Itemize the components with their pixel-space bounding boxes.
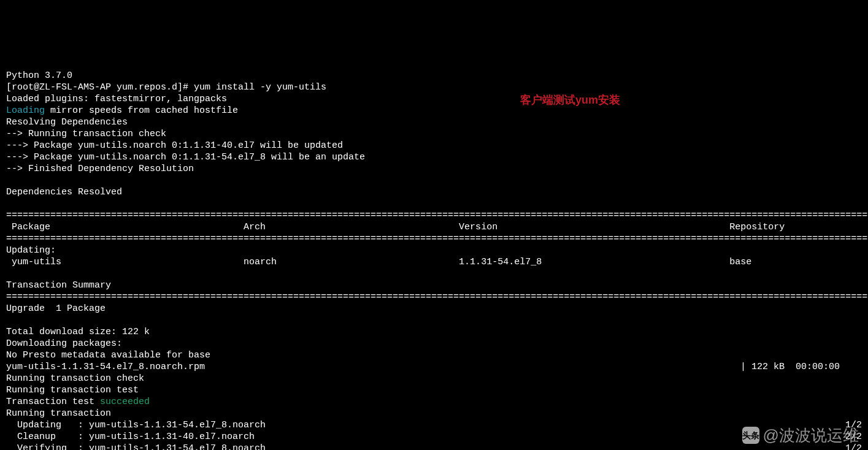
step-updating: Updating : yum-utils-1.1.31-54.el7_8.noa… xyxy=(6,419,266,431)
separator: ========================================… xyxy=(6,210,868,221)
loading-word: Loading xyxy=(6,105,45,116)
progress-row: Verifying : yum-utils-1.1.31-54.el7_8.no… xyxy=(6,443,862,450)
line-presto: No Presto metadata available for base xyxy=(6,350,210,360)
line-mirror: mirror speeds from cached hostfile xyxy=(45,105,238,116)
annotation-label: 客户端测试yum安装 xyxy=(520,94,620,106)
rpm-name: yum-utils-1.1.31-54.el7_8.noarch.rpm xyxy=(6,361,205,373)
step-cleanup: Cleanup : yum-utils-1.1.31-40.el7.noarch xyxy=(6,431,255,443)
section-updating: Updating: xyxy=(6,245,56,256)
separator: ========================================… xyxy=(6,234,868,244)
line-test-result: Transaction test xyxy=(6,397,100,407)
table-header: Package Arch Version Repository Size xyxy=(6,222,868,232)
line-trans-check: --> Running transaction check xyxy=(6,129,166,139)
progress-row: Cleanup : yum-utils-1.1.31-40.el7.noarch… xyxy=(6,431,862,443)
step-verify: Verifying : yum-utils-1.1.31-54.el7_8.no… xyxy=(6,443,266,450)
line-python: Python 3.7.0 xyxy=(6,71,72,81)
line-run-check: Running transaction check xyxy=(6,373,144,384)
line-deps-resolved: Dependencies Resolved xyxy=(6,187,122,197)
shell-prompt: [root@ZL-FSL-AMS-AP yum.repos.d]# xyxy=(6,82,194,93)
command-text: yum install -y yum-utils xyxy=(194,82,326,93)
terminal-output[interactable]: 客户端测试yum安装 Python 3.7.0 [root@ZL-FSL-AMS… xyxy=(0,47,868,450)
line-upgrade-count: Upgrade 1 Package xyxy=(6,303,106,314)
line-downloading: Downloading packages: xyxy=(6,338,122,349)
download-row: yum-utils-1.1.31-54.el7_8.noarch.rpm| 12… xyxy=(6,361,862,373)
line-pkg-old: ---> Package yum-utils.noarch 0:1.1.31-4… xyxy=(6,140,343,151)
watermark: 头条 @波波说运维 xyxy=(742,427,859,444)
watermark-text: @波波说运维 xyxy=(763,430,859,441)
line-resolving: Resolving Dependencies xyxy=(6,117,128,128)
watermark-logo-icon: 头条 xyxy=(742,427,759,444)
line-plugins: Loaded plugins: fastestmirror, langpacks xyxy=(6,94,227,104)
progress-row: Updating : yum-utils-1.1.31-54.el7_8.noa… xyxy=(6,419,862,431)
line-total-size: Total download size: 122 k xyxy=(6,327,150,337)
line-run-test: Running transaction test xyxy=(6,385,139,395)
table-row: yum-utils noarch 1.1.31-54.el7_8 base 12… xyxy=(6,257,868,267)
succeeded-word: succeeded xyxy=(100,397,150,407)
separator: ========================================… xyxy=(6,292,868,302)
section-summary: Transaction Summary xyxy=(6,280,111,291)
line-finished: --> Finished Dependency Resolution xyxy=(6,164,194,174)
line-run-trans: Running transaction xyxy=(6,408,111,419)
rpm-progress: | 122 kB 00:00:00 xyxy=(740,361,862,373)
line-pkg-new: ---> Package yum-utils.noarch 0:1.1.31-5… xyxy=(6,152,365,162)
